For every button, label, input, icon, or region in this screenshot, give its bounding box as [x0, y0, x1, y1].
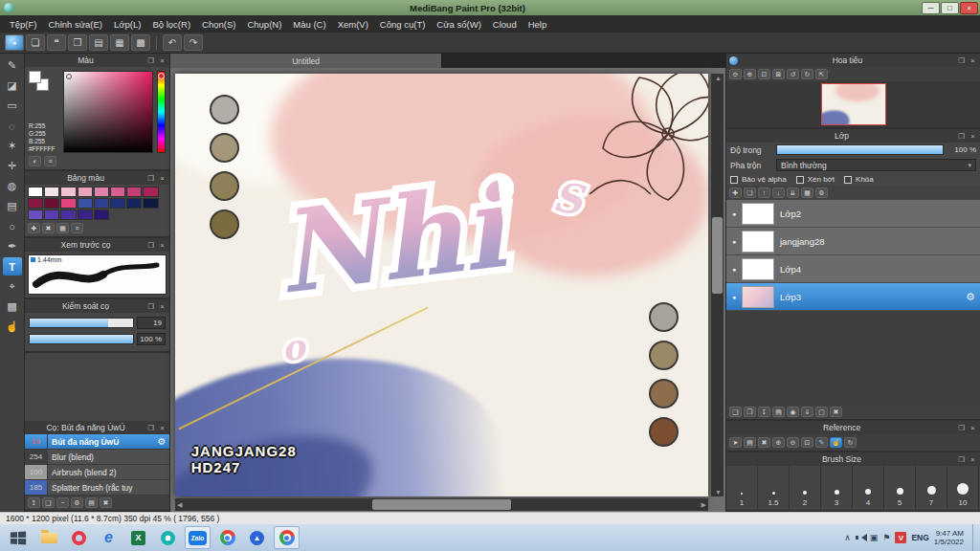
layer-row-selected[interactable]: ● Lớp3 ⚙: [726, 283, 980, 311]
start-button[interactable]: [0, 524, 34, 551]
ref-zoom-in-icon[interactable]: ⊕: [772, 437, 785, 448]
coccoc-browser-icon[interactable]: [155, 526, 181, 549]
menu-cloud[interactable]: Cloud: [487, 17, 523, 32]
brush-trash-icon[interactable]: ✖: [100, 497, 112, 508]
layer-visibility-icon[interactable]: ●: [726, 238, 742, 245]
language-indicator[interactable]: ENG: [911, 533, 928, 542]
ref-zoom-out-icon[interactable]: ⊖: [787, 437, 799, 448]
magic-wand-tool-icon[interactable]: ✶: [3, 137, 22, 155]
ref-rotate-icon[interactable]: ↻: [844, 437, 857, 448]
popout-icon[interactable]: ❐: [146, 424, 155, 432]
menu-filter[interactable]: Bộ lọc(R): [146, 17, 196, 32]
popout-icon[interactable]: ❐: [146, 174, 155, 183]
close-icon[interactable]: ×: [158, 174, 167, 183]
grid-tool-icon[interactable]: ▩: [3, 298, 22, 316]
move-layer-down-icon[interactable]: ↓: [772, 187, 785, 198]
ref-fit-icon[interactable]: ⊡: [801, 437, 813, 448]
brush-size-option[interactable]: 2: [790, 466, 821, 510]
menu-tools[interactable]: Công cụ(T): [374, 17, 432, 32]
palette-swatch[interactable]: [78, 198, 93, 209]
open-reference-icon[interactable]: ▤: [744, 437, 756, 448]
brush-opacity-value[interactable]: 100 %: [137, 333, 166, 345]
blend-mode-dropdown[interactable]: Bình thường ▾: [776, 159, 976, 171]
opera-browser-icon[interactable]: [66, 526, 92, 549]
hue-slider[interactable]: [157, 71, 166, 153]
popout-icon[interactable]: ❐: [146, 241, 155, 250]
hue-marker[interactable]: [158, 73, 165, 79]
chrome-profile-icon[interactable]: [274, 526, 300, 549]
show-desktop-button[interactable]: [972, 524, 977, 551]
close-reference-icon[interactable]: ✖: [758, 437, 770, 448]
layer-gear-icon[interactable]: ⚙: [961, 291, 980, 303]
brush-size-option[interactable]: 3: [821, 466, 853, 510]
close-icon[interactable]: ×: [969, 56, 977, 65]
panel-layout-icon[interactable]: ▤: [89, 34, 108, 51]
save-icon[interactable]: ❏: [26, 34, 45, 51]
palette-swatch[interactable]: [126, 187, 142, 197]
menu-layer[interactable]: Lớp(L): [108, 17, 146, 32]
menu-color[interactable]: Màu (C): [287, 17, 331, 32]
redo-icon[interactable]: ↷: [184, 34, 203, 51]
close-icon[interactable]: ×: [158, 56, 167, 65]
palette-swatch[interactable]: [60, 209, 76, 220]
tablet-driver-icon[interactable]: ▣: [870, 533, 879, 542]
close-icon[interactable]: ×: [969, 455, 977, 464]
delete-layer-icon[interactable]: ✖: [830, 407, 842, 417]
menu-file[interactable]: Tệp(F): [4, 17, 43, 32]
zoom-in-icon[interactable]: ⊕: [744, 69, 756, 79]
rotate-right-icon[interactable]: ↻: [801, 69, 813, 79]
palette-swatch[interactable]: [60, 187, 76, 197]
close-icon[interactable]: ×: [969, 132, 977, 141]
brush-size-option[interactable]: 5: [884, 466, 916, 510]
palette-swatch[interactable]: [110, 187, 125, 197]
snap-grid-icon[interactable]: ▩: [131, 34, 150, 51]
navigator-panel-icon[interactable]: [729, 56, 738, 65]
navigator-thumbnail[interactable]: [821, 83, 886, 125]
file-explorer-icon[interactable]: [36, 526, 62, 549]
saturation-value-picker[interactable]: [63, 71, 153, 153]
tray-chevron-icon[interactable]: ∧: [844, 533, 851, 542]
merge-layers-icon[interactable]: ⇓: [801, 407, 813, 417]
brush-move-up-icon[interactable]: ↥: [28, 497, 40, 508]
palette-swatch[interactable]: [44, 187, 59, 197]
palette-swatch[interactable]: [94, 187, 109, 197]
menu-capture[interactable]: Chụp(N): [241, 17, 287, 32]
layer-row[interactable]: ● Lớp2: [726, 200, 980, 228]
palette-swatch[interactable]: [110, 198, 125, 209]
brush-size-value[interactable]: 19: [137, 317, 166, 329]
color-sphere-icon[interactable]: ●: [5, 34, 24, 51]
new-brush-icon[interactable]: ❑: [42, 497, 55, 508]
taskbar-clock[interactable]: 9:47 AM 1/5/2022: [934, 529, 968, 546]
maximize-button[interactable]: □: [941, 2, 959, 14]
shape-tool-icon[interactable]: ○: [3, 217, 22, 235]
horizontal-scroll-thumb[interactable]: [372, 499, 511, 510]
pen-path-tool-icon[interactable]: ✒: [3, 237, 22, 255]
eraser-tool-icon[interactable]: ◪: [3, 77, 22, 95]
select-grid-icon[interactable]: ▦: [110, 34, 129, 51]
eyedropper-icon[interactable]: ✎: [815, 437, 828, 448]
snapshot-icon[interactable]: ◉: [787, 407, 799, 417]
palette-swatch[interactable]: [78, 187, 93, 197]
brush-size-option[interactable]: 4: [853, 466, 884, 510]
add-layer-icon[interactable]: ✚: [729, 187, 742, 198]
menu-help[interactable]: Help: [523, 17, 553, 32]
remove-brush-icon[interactable]: −: [56, 497, 69, 508]
brush-size-option[interactable]: 1.5: [758, 466, 790, 510]
swatch-list-view-icon[interactable]: ≡: [71, 223, 83, 233]
actual-pixels-icon[interactable]: ⊠: [772, 69, 785, 79]
brush-opacity-slider[interactable]: [29, 334, 134, 344]
popout-icon[interactable]: ❐: [957, 424, 966, 432]
undo-icon[interactable]: ↶: [163, 34, 182, 51]
vertical-scroll-thumb[interactable]: [712, 217, 723, 294]
layer-visibility-icon[interactable]: ●: [726, 294, 742, 300]
copy-layer-icon[interactable]: ❒: [744, 407, 756, 417]
palette-swatch[interactable]: [126, 198, 142, 209]
palette-swatch[interactable]: [28, 209, 43, 220]
excel-icon[interactable]: X: [125, 526, 151, 549]
popout-icon[interactable]: ❐: [957, 56, 966, 65]
palette-swatch[interactable]: [60, 198, 76, 209]
layer-opacity-slider[interactable]: [776, 144, 944, 155]
copy-icon[interactable]: ❐: [68, 34, 87, 51]
text-tool-icon[interactable]: T: [3, 257, 22, 276]
gradient-tool-icon[interactable]: ▤: [3, 197, 22, 215]
